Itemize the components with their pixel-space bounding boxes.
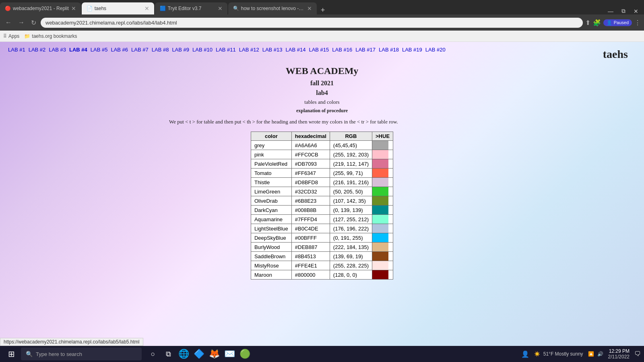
new-tab-button[interactable]: + [318, 6, 328, 14]
taskbar-chrome[interactable]: 🌐 [177, 348, 190, 360]
cell-rgb: (0, 139, 139) [330, 206, 372, 215]
section-label: tables and colors [8, 99, 636, 105]
start-button[interactable]: ⊞ [3, 348, 19, 360]
cell-rgb: (107, 142, 35) [330, 196, 372, 206]
nav-link-12[interactable]: LAB #12 [239, 47, 259, 53]
refresh-button[interactable]: ↻ [29, 18, 38, 27]
address-input[interactable] [41, 18, 583, 28]
nav-link-7[interactable]: LAB #7 [131, 47, 149, 53]
cell-rgb: (255, 99, 71) [330, 169, 372, 178]
share-icon[interactable]: ⬆ [585, 19, 590, 27]
nav-link-5[interactable]: LAB #5 [91, 47, 108, 53]
nav-link-15[interactable]: LAB #15 [309, 47, 329, 53]
nav-link-14[interactable]: LAB #14 [286, 47, 306, 53]
taskbar-edge[interactable]: 🔷 [192, 348, 205, 360]
edge-icon: 🔷 [194, 349, 204, 359]
bookmark-taehs[interactable]: 📁 taehs.org bookmarks [24, 33, 77, 39]
tab-tryit[interactable]: 🟦 Tryit Editor v3.7 ✕ [155, 2, 227, 14]
main-content: WEB ACADEMy fall 2021 lab4 tables and co… [0, 58, 644, 288]
taskbar-sys-icons: 🔼 🔊 [588, 351, 603, 357]
menu-icon[interactable]: ⋮ [634, 19, 641, 27]
nav-link-1[interactable]: LAB #1 [8, 47, 25, 53]
nav-link-2[interactable]: LAB #2 [29, 47, 46, 53]
nav-link-9[interactable]: LAB #9 [172, 47, 189, 53]
bookmark-apps[interactable]: ⠿ Apps [3, 33, 19, 39]
paused-badge[interactable]: 👤 Paused [603, 19, 632, 26]
site-title: taehs [603, 48, 628, 61]
search-placeholder: Type here to search [36, 351, 82, 357]
bookmark-apps-label: Apps [8, 33, 19, 39]
nav-link-11[interactable]: LAB #11 [216, 47, 236, 53]
table-row: LightSteelBlue #B0C4DE (176, 196, 222) [251, 224, 393, 233]
nav-link-16[interactable]: LAB #16 [332, 47, 352, 53]
weather-icon: ☀️ [534, 351, 540, 357]
cell-color-name: OliveDrab [251, 196, 291, 206]
nav-link-20[interactable]: LAB #20 [425, 47, 446, 53]
cell-color-name: Maroon [251, 270, 291, 280]
restore-button[interactable]: ⧉ [619, 8, 628, 14]
cell-swatch [372, 252, 393, 261]
cell-swatch [372, 141, 393, 150]
table-row: PaleVioletRed #DB7093 (219, 112, 147) [251, 159, 393, 169]
color-table: color hexadecimal RGB >HUE grey #A6A6A6 … [251, 132, 393, 280]
cell-color-name: PaleVioletRed [251, 159, 291, 169]
tab-replit-close[interactable]: ✕ [71, 5, 76, 12]
cell-rgb: (255, 192, 203) [330, 150, 372, 159]
taehs-favicon: 📄 [87, 6, 92, 11]
cell-rgb: (219, 112, 147) [330, 159, 372, 169]
cell-hex: #FF6347 [291, 169, 330, 178]
cell-swatch [372, 224, 393, 233]
page-title: WEB ACADEMy [8, 66, 636, 76]
forward-button[interactable]: → [16, 18, 27, 27]
table-row: grey #A6A6A6 (45,45,45) [251, 141, 393, 150]
explanation-label: explanation of procedure [8, 108, 636, 114]
tab-google[interactable]: 🔍 how to screenshot lenovo - Goo... ✕ [228, 2, 317, 14]
bookmark-taehs-label: taehs.org bookmarks [32, 33, 77, 39]
tab-tryit-title: Tryit Editor v3.7 [168, 6, 215, 11]
extensions-icon[interactable]: 🧩 [593, 19, 601, 27]
color-table-container: color hexadecimal RGB >HUE grey #A6A6A6 … [8, 132, 636, 280]
nav-link-10[interactable]: LAB #10 [192, 47, 213, 53]
close-button[interactable]: ✕ [631, 8, 641, 14]
table-row: Tomato #FF6347 (255, 99, 71) [251, 169, 393, 178]
cell-color-name: DarkCyan [251, 206, 291, 215]
tab-taehs[interactable]: 📄 taehs ✕ [82, 2, 154, 14]
window-controls: — ⧉ ✕ [605, 8, 644, 14]
cell-rgb: (176, 196, 222) [330, 224, 372, 233]
nav-link-4[interactable]: LAB #4 [69, 47, 87, 53]
cell-color-name: MistyRose [251, 261, 291, 270]
windows-icon: ⊞ [8, 349, 15, 359]
nav-link-3[interactable]: LAB #3 [49, 47, 66, 53]
notification-icon[interactable]: 🗨 [634, 350, 641, 358]
tab-google-close[interactable]: ✕ [307, 5, 312, 12]
tab-taehs-close[interactable]: ✕ [144, 5, 149, 12]
nav-link-13[interactable]: LAB #13 [262, 47, 283, 53]
taskbar-green-app[interactable]: 🟢 [238, 348, 251, 360]
taskbar-firefox[interactable]: 🦊 [208, 348, 221, 360]
nav-link-6[interactable]: LAB #6 [111, 47, 128, 53]
clock-date: 2/11/2022 [608, 354, 630, 360]
table-row: DarkCyan #008B8B (0, 139, 139) [251, 206, 393, 215]
tab-taehs-title: taehs [95, 6, 142, 11]
cell-color-name: SaddleBrown [251, 252, 291, 261]
col-header-rgb: RGB [330, 132, 372, 141]
firefox-icon: 🦊 [209, 349, 220, 359]
cell-rgb: (0, 191, 255) [330, 233, 372, 243]
color-table-body: grey #A6A6A6 (45,45,45) pink #FFC0CB (25… [251, 141, 393, 280]
address-bar-row: ← → ↻ ⬆ 🧩 👤 Paused ⋮ [0, 14, 644, 31]
taskbar-search-widget[interactable]: ○ [147, 348, 159, 360]
cell-hex: #800000 [291, 270, 330, 280]
nav-link-8[interactable]: LAB #8 [152, 47, 169, 53]
nav-link-18[interactable]: LAB #18 [379, 47, 399, 53]
taskbar-mail[interactable]: ✉️ [223, 348, 236, 360]
nav-link-19[interactable]: LAB #19 [402, 47, 422, 53]
taskbar-task-view[interactable]: ⧉ [162, 348, 175, 360]
tab-replit[interactable]: 🔴 webacademy2021 - Replit ✕ [0, 2, 81, 14]
minimize-button[interactable]: — [605, 8, 616, 14]
cell-hex: #32CD32 [291, 187, 330, 196]
taskbar-search-bar[interactable]: 🔍 Type here to search [21, 348, 142, 360]
back-button[interactable]: ← [3, 18, 14, 27]
nav-link-17[interactable]: LAB #17 [355, 47, 376, 53]
tab-tryit-close[interactable]: ✕ [218, 5, 223, 12]
mail-icon: ✉️ [224, 349, 235, 359]
